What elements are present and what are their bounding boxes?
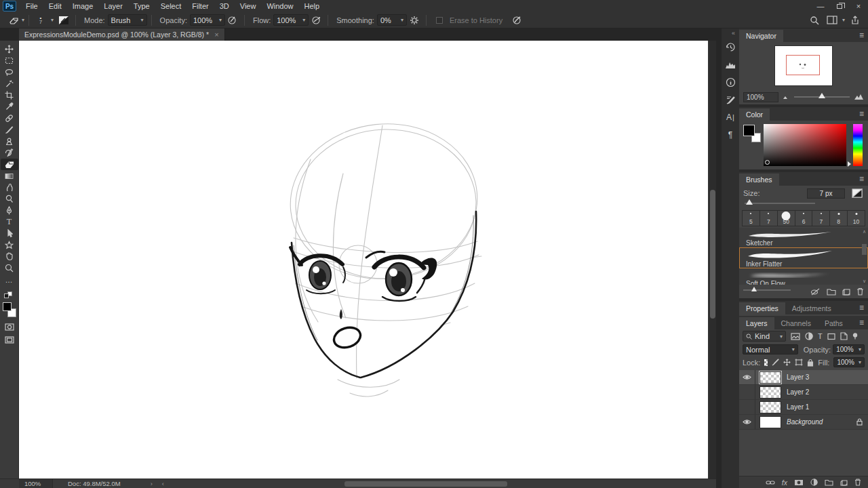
- document-tab-close-icon[interactable]: ×: [214, 30, 218, 39]
- brush-preset-caret-icon[interactable]: ▾: [51, 17, 54, 23]
- visibility-toggle[interactable]: [739, 400, 755, 415]
- tab-color[interactable]: Color: [739, 108, 770, 121]
- default-swap-colors-icon[interactable]: [4, 291, 15, 300]
- delete-layer-trash-icon[interactable]: [854, 479, 861, 486]
- layers-panel-menu-icon[interactable]: ≡: [859, 318, 864, 327]
- tool-pen[interactable]: [1, 205, 18, 216]
- tool-edit-toolbar[interactable]: …: [1, 274, 18, 285]
- tool-path-selection[interactable]: [1, 228, 18, 239]
- layer-thumbnail[interactable]: [760, 386, 781, 399]
- brush-item-sketcher[interactable]: Sketcher: [739, 228, 868, 247]
- filter-adjustment-layers-icon[interactable]: [805, 332, 813, 340]
- menu-edit[interactable]: Edit: [43, 0, 67, 12]
- pressure-opacity-icon[interactable]: [225, 14, 240, 26]
- tool-rectangular-marquee[interactable]: [1, 55, 18, 66]
- brush-scrollbar-thumb[interactable]: [862, 244, 867, 255]
- tab-properties[interactable]: Properties: [739, 302, 785, 314]
- layer-name[interactable]: Background: [787, 418, 823, 426]
- link-layers-icon[interactable]: [766, 480, 775, 485]
- tool-eraser[interactable]: [1, 159, 18, 170]
- search-icon[interactable]: [807, 14, 822, 26]
- tool-gradient[interactable]: [1, 170, 18, 182]
- opacity-dropdown[interactable]: 100%▾: [190, 14, 225, 26]
- filter-shape-layers-icon[interactable]: [827, 333, 835, 340]
- foreground-color-well[interactable]: [743, 125, 755, 136]
- visibility-toggle[interactable]: [739, 370, 755, 385]
- brush-preset-picker[interactable]: • 7: [33, 14, 48, 26]
- filter-image-layers-icon[interactable]: [791, 333, 800, 340]
- menu-view[interactable]: View: [235, 0, 262, 12]
- visibility-toggle[interactable]: [739, 385, 755, 400]
- color-panel-swatches[interactable]: [743, 125, 761, 142]
- layer-name[interactable]: Layer 1: [787, 403, 809, 411]
- color-panel-menu-icon[interactable]: ≡: [859, 109, 864, 119]
- smoothing-dropdown[interactable]: 0%▾: [377, 14, 407, 26]
- brushes-panel-menu-icon[interactable]: ≡: [859, 174, 864, 184]
- foreground-background-swatches[interactable]: [3, 302, 16, 317]
- layer-style-fx-icon[interactable]: fx: [782, 479, 787, 487]
- tool-spot-healing-brush[interactable]: [1, 113, 18, 124]
- brush-item-inker-flatter[interactable]: Inker Flatter: [739, 247, 868, 268]
- tool-eyedropper[interactable]: [1, 101, 18, 113]
- layer-name[interactable]: Layer 2: [787, 388, 809, 396]
- tool-smudge[interactable]: [1, 182, 18, 193]
- tool-zoom[interactable]: [1, 262, 18, 274]
- scroll-down-icon[interactable]: ∨: [862, 279, 867, 283]
- history-panel-icon[interactable]: [722, 38, 739, 56]
- tab-channels[interactable]: Channels: [774, 317, 818, 329]
- tab-paths[interactable]: Paths: [818, 317, 850, 329]
- add-layer-mask-icon[interactable]: [794, 479, 804, 486]
- brush-size-field[interactable]: 7 px: [807, 188, 845, 199]
- lock-transparency-icon[interactable]: [764, 359, 768, 366]
- tool-quick-selection[interactable]: [1, 78, 18, 89]
- menu-help[interactable]: Help: [299, 0, 326, 12]
- fill-dropdown[interactable]: 100%▾: [833, 357, 865, 367]
- filter-type-layers-icon[interactable]: T: [818, 332, 823, 340]
- airbrush-icon[interactable]: [309, 14, 323, 26]
- layer-thumbnail[interactable]: [760, 371, 781, 384]
- flow-dropdown[interactable]: 100%▾: [273, 14, 309, 26]
- brush-item-soft-on-flow[interactable]: Soft On Flow: [739, 268, 868, 285]
- navigator-view-box[interactable]: [786, 55, 820, 75]
- lock-artboard-icon[interactable]: [795, 359, 803, 366]
- document-tab[interactable]: ExpressionsModuleDemo.psd @ 100% (Layer …: [19, 28, 225, 41]
- tool-clone-stamp[interactable]: [1, 136, 18, 147]
- tool-dodge[interactable]: [1, 193, 18, 205]
- filter-pin-icon[interactable]: [852, 333, 858, 340]
- brush-settings-panel-icon[interactable]: [722, 91, 739, 108]
- zoom-out-icon[interactable]: [783, 94, 790, 100]
- smoothing-gear-icon[interactable]: [407, 14, 422, 26]
- mode-dropdown[interactable]: Brush▾: [108, 14, 147, 26]
- tool-lasso[interactable]: [1, 66, 18, 78]
- brush-preset[interactable]: 5: [743, 211, 760, 226]
- brush-preset[interactable]: 10: [848, 211, 865, 226]
- tool-brush[interactable]: [1, 124, 18, 136]
- tool-type[interactable]: T: [1, 216, 18, 228]
- new-adjustment-layer-icon[interactable]: [810, 479, 818, 486]
- angle-slider-thumb[interactable]: [751, 287, 757, 291]
- new-group-icon[interactable]: [825, 479, 833, 486]
- horizontal-scrollbar-thumb[interactable]: [344, 481, 507, 487]
- menu-3d[interactable]: 3D: [214, 0, 235, 12]
- visibility-toggle[interactable]: [739, 415, 755, 430]
- status-zoom-field[interactable]: 100%: [19, 479, 53, 488]
- menu-type[interactable]: Type: [128, 0, 155, 12]
- layer-filter-kind-dropdown[interactable]: Kind ▾: [743, 331, 786, 342]
- blend-mode-dropdown[interactable]: Normal ▾: [743, 344, 798, 354]
- brush-size-slider-thumb[interactable]: [746, 199, 753, 205]
- tool-preset-caret-icon[interactable]: ▾: [22, 17, 24, 23]
- lock-image-pixels-icon[interactable]: [772, 359, 779, 366]
- layer-row-background[interactable]: Background: [739, 415, 868, 430]
- status-popup-chevron-icon[interactable]: ›: [151, 480, 153, 487]
- saturation-brightness-field[interactable]: [764, 124, 846, 166]
- new-layer-icon[interactable]: [840, 479, 848, 486]
- tool-history-brush[interactable]: [1, 147, 18, 159]
- properties-panel-menu-icon[interactable]: ≡: [859, 303, 864, 312]
- canvas-vertical-scrollbar[interactable]: [709, 41, 716, 479]
- lock-position-icon[interactable]: [783, 359, 791, 366]
- brush-settings-panel-toggle-icon[interactable]: [56, 14, 71, 26]
- brush-preset[interactable]: 8: [830, 211, 848, 226]
- tool-crop[interactable]: [1, 89, 18, 101]
- hue-ramp[interactable]: [853, 124, 863, 166]
- tab-navigator[interactable]: Navigator: [739, 30, 783, 42]
